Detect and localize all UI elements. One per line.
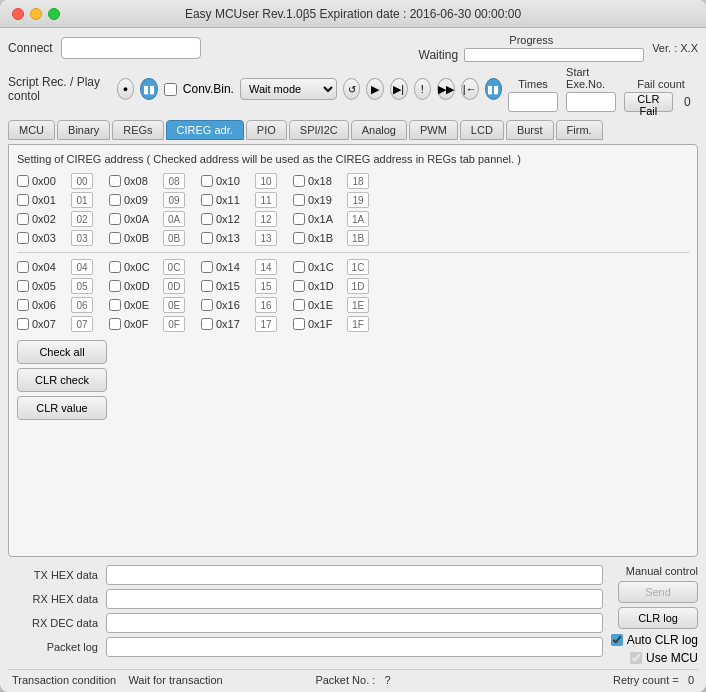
cireg-val-11: 11 bbox=[255, 192, 277, 208]
cireg-addr-05: 0x05 bbox=[32, 280, 68, 292]
packet-no-value: ? bbox=[384, 674, 390, 686]
mode-select[interactable]: Wait mode Normal mode bbox=[240, 78, 337, 100]
cireg-addr-1f: 0x1F bbox=[308, 318, 344, 330]
cireg-check-10[interactable] bbox=[201, 175, 213, 187]
cireg-check-0a[interactable] bbox=[109, 213, 121, 225]
cireg-check-13[interactable] bbox=[201, 232, 213, 244]
clr-check-button[interactable]: CLR check bbox=[17, 368, 107, 392]
tab-cireg[interactable]: CIREG adr. bbox=[166, 120, 244, 140]
cireg-check-0f[interactable] bbox=[109, 318, 121, 330]
cireg-addr-11: 0x11 bbox=[216, 194, 252, 206]
maximize-button[interactable] bbox=[48, 8, 60, 20]
check-all-button[interactable]: Check all bbox=[17, 340, 107, 364]
clr-value-button[interactable]: CLR value bbox=[17, 396, 107, 420]
rx-dec-input[interactable] bbox=[106, 613, 603, 633]
cireg-addr-12: 0x12 bbox=[216, 213, 252, 225]
clr-fail-button[interactable]: CLR Fail bbox=[624, 92, 673, 112]
cireg-item-07: 0x07 07 bbox=[17, 316, 93, 332]
cireg-val-16: 16 bbox=[255, 297, 277, 313]
cireg-check-05[interactable] bbox=[17, 280, 29, 292]
cireg-check-1e[interactable] bbox=[293, 299, 305, 311]
stop-button[interactable]: ! bbox=[414, 78, 432, 100]
connect-select[interactable] bbox=[61, 37, 201, 59]
cireg-check-1c[interactable] bbox=[293, 261, 305, 273]
auto-clr-checkbox[interactable] bbox=[611, 634, 623, 646]
cireg-addr-10: 0x10 bbox=[216, 175, 252, 187]
cireg-check-15[interactable] bbox=[201, 280, 213, 292]
skip-button[interactable]: ▶▶ bbox=[437, 78, 455, 100]
cireg-check-16[interactable] bbox=[201, 299, 213, 311]
cireg-check-1d[interactable] bbox=[293, 280, 305, 292]
packet-row: Packet log bbox=[8, 637, 603, 657]
cireg-check-06[interactable] bbox=[17, 299, 29, 311]
cireg-check-01[interactable] bbox=[17, 194, 29, 206]
cireg-group-0: 0x00 00 0x01 01 0x02 02 bbox=[17, 173, 93, 246]
tab-pwm[interactable]: PWM bbox=[409, 120, 458, 140]
tab-pio[interactable]: PIO bbox=[246, 120, 287, 140]
pause-button[interactable]: ▮▮ bbox=[485, 78, 503, 100]
cireg-check-18[interactable] bbox=[293, 175, 305, 187]
cireg-check-1b[interactable] bbox=[293, 232, 305, 244]
close-button[interactable] bbox=[12, 8, 24, 20]
waiting-text: Waiting bbox=[419, 48, 459, 62]
record-button[interactable]: ● bbox=[117, 78, 135, 100]
minimize-button[interactable] bbox=[30, 8, 42, 20]
tab-spi[interactable]: SPI/I2C bbox=[289, 120, 349, 140]
cireg-check-19[interactable] bbox=[293, 194, 305, 206]
cireg-check-1f[interactable] bbox=[293, 318, 305, 330]
step-button[interactable]: ▶| bbox=[390, 78, 408, 100]
cireg-check-09[interactable] bbox=[109, 194, 121, 206]
use-mcu-checkbox[interactable] bbox=[630, 652, 642, 664]
cireg-val-0a: 0A bbox=[163, 211, 185, 227]
cireg-check-1a[interactable] bbox=[293, 213, 305, 225]
cireg-check-0e[interactable] bbox=[109, 299, 121, 311]
tab-analog[interactable]: Analog bbox=[351, 120, 407, 140]
cireg-val-17: 17 bbox=[255, 316, 277, 332]
cireg-check-11[interactable] bbox=[201, 194, 213, 206]
cireg-check-03[interactable] bbox=[17, 232, 29, 244]
conv-bin-checkbox[interactable] bbox=[164, 83, 177, 96]
use-mcu-row: Use MCU bbox=[630, 651, 698, 665]
cireg-check-07[interactable] bbox=[17, 318, 29, 330]
clr-log-button[interactable]: CLR log bbox=[618, 607, 698, 629]
tab-burst[interactable]: Burst bbox=[506, 120, 554, 140]
cireg-item-0f: 0x0F 0F bbox=[109, 316, 185, 332]
cireg-check-17[interactable] bbox=[201, 318, 213, 330]
cireg-val-13: 13 bbox=[255, 230, 277, 246]
cireg-val-1f: 1F bbox=[347, 316, 369, 332]
tx-input[interactable] bbox=[106, 565, 603, 585]
cireg-val-1d: 1D bbox=[347, 278, 369, 294]
play-button[interactable]: ▮▮ bbox=[140, 78, 158, 100]
to-start-button[interactable]: |← bbox=[461, 78, 479, 100]
rx-hex-input[interactable] bbox=[106, 589, 603, 609]
cireg-check-0c[interactable] bbox=[109, 261, 121, 273]
cireg-check-0d[interactable] bbox=[109, 280, 121, 292]
cireg-val-0c: 0C bbox=[163, 259, 185, 275]
cireg-check-00[interactable] bbox=[17, 175, 29, 187]
cireg-check-12[interactable] bbox=[201, 213, 213, 225]
tab-firm[interactable]: Firm. bbox=[556, 120, 603, 140]
tab-binary[interactable]: Binary bbox=[57, 120, 110, 140]
fail-header: Fail count bbox=[637, 78, 685, 90]
tab-lcd[interactable]: LCD bbox=[460, 120, 504, 140]
times-input[interactable]: 10 bbox=[508, 92, 558, 112]
cireg-check-0b[interactable] bbox=[109, 232, 121, 244]
cireg-addr-02: 0x02 bbox=[32, 213, 68, 225]
cireg-addr-16: 0x16 bbox=[216, 299, 252, 311]
cireg-check-08[interactable] bbox=[109, 175, 121, 187]
step-forward-button[interactable]: ▶ bbox=[366, 78, 384, 100]
cireg-check-04[interactable] bbox=[17, 261, 29, 273]
send-button[interactable]: Send bbox=[618, 581, 698, 603]
main-panel: Setting of CIREG address ( Checked addre… bbox=[8, 144, 698, 557]
cireg-check-02[interactable] bbox=[17, 213, 29, 225]
packet-input[interactable] bbox=[106, 637, 603, 657]
cireg-check-14[interactable] bbox=[201, 261, 213, 273]
tab-regs[interactable]: REGs bbox=[112, 120, 163, 140]
start-input[interactable]: 0 bbox=[566, 92, 616, 112]
cireg-item-12: 0x12 12 bbox=[201, 211, 277, 227]
reload-button[interactable]: ↺ bbox=[343, 78, 361, 100]
cireg-val-05: 05 bbox=[71, 278, 93, 294]
cireg-group-5: 0x0C 0C 0x0D 0D 0x0E 0E bbox=[109, 259, 185, 332]
packet-no-label: Packet No. : bbox=[315, 674, 375, 686]
tab-mcu[interactable]: MCU bbox=[8, 120, 55, 140]
